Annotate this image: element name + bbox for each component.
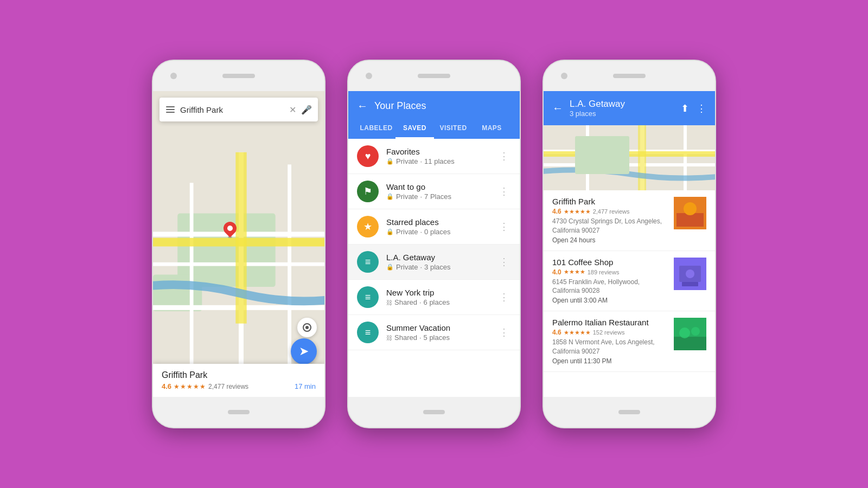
starred-more[interactable]: ⋮ bbox=[497, 219, 511, 235]
hamburger-icon[interactable] bbox=[166, 106, 175, 113]
la-getaway-icon: ≡ bbox=[357, 251, 379, 273]
palermo-address: 1858 N Vermont Ave, Los Angelest,Califor… bbox=[552, 338, 667, 356]
directions-button[interactable]: ➤ bbox=[291, 338, 317, 364]
list-item-favorites[interactable]: ♥ Favorites 🔒 Private · 11 places ⋮ bbox=[348, 139, 520, 174]
coffee-thumbnail bbox=[674, 258, 706, 290]
home-button-3[interactable] bbox=[618, 410, 640, 414]
la-more-icon[interactable]: ⋮ bbox=[697, 102, 706, 114]
your-places-header: ← Your Places LABELED SAVED VISITED MAPS bbox=[348, 91, 520, 139]
home-button-1[interactable] bbox=[228, 410, 250, 414]
griffith-rating: 4.6 bbox=[552, 208, 561, 215]
camera-1 bbox=[170, 73, 177, 79]
phone-bottom-1 bbox=[153, 397, 324, 427]
summer-sub: ⛓ Shared · 5 places bbox=[386, 333, 497, 342]
home-button-2[interactable] bbox=[423, 410, 445, 414]
favorites-icon: ♥ bbox=[357, 145, 379, 167]
speaker-2 bbox=[418, 74, 450, 78]
place-card: Griffith Park 4.6 ★★★★★ 2,477 reviews 17… bbox=[153, 364, 324, 397]
list-item-starred[interactable]: ★ Starred places 🔒 Private · 0 places ⋮ bbox=[348, 209, 520, 245]
phone-top-2 bbox=[348, 61, 520, 91]
list-content: ♥ Favorites 🔒 Private · 11 places ⋮ ⚑ bbox=[348, 139, 520, 397]
la-map-preview bbox=[544, 125, 715, 190]
coffee-stars: ★★★★ bbox=[564, 268, 585, 275]
svg-rect-8 bbox=[288, 164, 291, 378]
speaker-3 bbox=[613, 74, 646, 78]
la-getaway-name: L.A. Getaway bbox=[386, 253, 497, 262]
search-bar[interactable]: Griffith Park ✕ 🎤 bbox=[159, 98, 318, 121]
place-card-name: Griffith Park bbox=[162, 370, 316, 380]
place-coffee-shop[interactable]: 101 Coffee Shop 4.0 ★★★★ 189 reviews 614… bbox=[544, 251, 715, 312]
svg-point-29 bbox=[679, 328, 690, 338]
la-getaway-title: L.A. Getaway bbox=[570, 99, 625, 110]
camera-3 bbox=[561, 73, 567, 79]
favorites-name: Favorites bbox=[386, 147, 497, 156]
list-item-summer[interactable]: ≡ Summer Vacation ⛓ Shared · 5 places ⋮ bbox=[348, 315, 520, 350]
svg-point-26 bbox=[686, 269, 694, 278]
my-location-button[interactable] bbox=[297, 318, 317, 337]
speaker-1 bbox=[222, 74, 255, 78]
header-top: ← Your Places bbox=[357, 100, 511, 112]
tab-saved[interactable]: SAVED bbox=[395, 119, 434, 139]
new-york-more[interactable]: ⋮ bbox=[497, 289, 511, 305]
tab-maps[interactable]: MAPS bbox=[473, 119, 511, 139]
la-getaway-sub: 🔒 Private · 3 places bbox=[386, 263, 497, 271]
rating-row: 4.6 ★★★★★ 2,477 reviews bbox=[162, 382, 248, 390]
griffith-reviews: 2,477 reviews bbox=[593, 208, 630, 215]
drive-time: 17 min bbox=[295, 382, 316, 390]
place-list: Griffith Park 4.6 ★★★★★ 2,477 reviews 47… bbox=[544, 190, 715, 397]
list-item-want-to-go[interactable]: ⚑ Want to go 🔒 Private · 7 Places ⋮ bbox=[348, 174, 520, 209]
location-pin bbox=[224, 222, 237, 238]
clear-icon[interactable]: ✕ bbox=[289, 105, 296, 115]
new-york-sub: ⛓ Shared · 6 places bbox=[386, 298, 497, 306]
svg-point-22 bbox=[684, 202, 697, 215]
griffith-thumb-img bbox=[674, 197, 706, 229]
tab-labeled[interactable]: LABELED bbox=[357, 119, 395, 139]
phone-screen-1: Griffith Park ✕ 🎤 ➤ Griffith Park bbox=[153, 91, 324, 397]
la-getaway-header: ← L.A. Getaway 3 places ⬆ ⋮ bbox=[544, 91, 715, 125]
la-getaway-more[interactable]: ⋮ bbox=[497, 254, 511, 270]
want-to-go-name: Want to go bbox=[386, 182, 497, 191]
palermo-reviews: 152 reviews bbox=[593, 329, 625, 336]
lock-icon-4: 🔒 bbox=[386, 264, 394, 271]
list-item-la-getaway[interactable]: ≡ L.A. Getaway 🔒 Private · 3 places ⋮ bbox=[348, 245, 520, 280]
search-input-text: Griffith Park bbox=[180, 105, 284, 114]
palermo-name: Palermo Italian Restaurant bbox=[552, 318, 667, 327]
phone-top-1 bbox=[153, 61, 324, 91]
la-header-left: ← L.A. Getaway 3 places bbox=[552, 99, 625, 118]
starred-sub: 🔒 Private · 0 places bbox=[386, 228, 497, 236]
phone-bottom-2 bbox=[348, 397, 520, 427]
favorites-more[interactable]: ⋮ bbox=[497, 148, 511, 164]
summer-more[interactable]: ⋮ bbox=[497, 324, 511, 341]
la-getaway-subtitle: 3 places bbox=[570, 110, 625, 118]
svg-rect-25 bbox=[682, 282, 698, 286]
mic-icon[interactable]: 🎤 bbox=[302, 105, 311, 114]
la-map-svg bbox=[544, 125, 715, 190]
summer-icon: ≡ bbox=[357, 322, 379, 343]
link-icon-2: ⛓ bbox=[386, 335, 392, 341]
review-count: 2,477 reviews bbox=[208, 383, 248, 390]
la-back-button[interactable]: ← bbox=[552, 102, 563, 114]
svg-rect-28 bbox=[674, 337, 706, 350]
list-item-new-york[interactable]: ≡ New York trip ⛓ Shared · 6 places ⋮ bbox=[348, 280, 520, 315]
location-icon bbox=[303, 323, 311, 332]
back-button[interactable]: ← bbox=[357, 100, 368, 112]
place-griffith-park[interactable]: Griffith Park 4.6 ★★★★★ 2,477 reviews 47… bbox=[544, 190, 715, 251]
share-icon[interactable]: ⬆ bbox=[681, 102, 689, 114]
directions-icon: ➤ bbox=[299, 344, 309, 358]
phone-2-your-places: ← Your Places LABELED SAVED VISITED MAPS… bbox=[347, 60, 521, 428]
phone-1-maps: Griffith Park ✕ 🎤 ➤ Griffith Park bbox=[152, 60, 326, 428]
place-palermo[interactable]: Palermo Italian Restaurant 4.6 ★★★★★ 152… bbox=[544, 311, 715, 372]
tab-visited[interactable]: VISITED bbox=[434, 119, 473, 139]
phone-screen-3: ← L.A. Getaway 3 places ⬆ ⋮ bbox=[544, 91, 715, 397]
lock-icon-2: 🔒 bbox=[386, 193, 394, 200]
palermo-thumb-img bbox=[674, 318, 706, 350]
coffee-thumb-img bbox=[674, 258, 706, 290]
lock-icon: 🔒 bbox=[386, 158, 394, 165]
palermo-rating: 4.6 bbox=[552, 329, 561, 336]
svg-rect-19 bbox=[575, 136, 629, 174]
svg-rect-18 bbox=[638, 125, 646, 190]
coffee-address: 6145 Franklin Ave, Hollywood,California … bbox=[552, 278, 667, 296]
want-to-go-more[interactable]: ⋮ bbox=[497, 183, 511, 200]
link-icon: ⛓ bbox=[386, 299, 392, 306]
camera-2 bbox=[366, 73, 372, 79]
